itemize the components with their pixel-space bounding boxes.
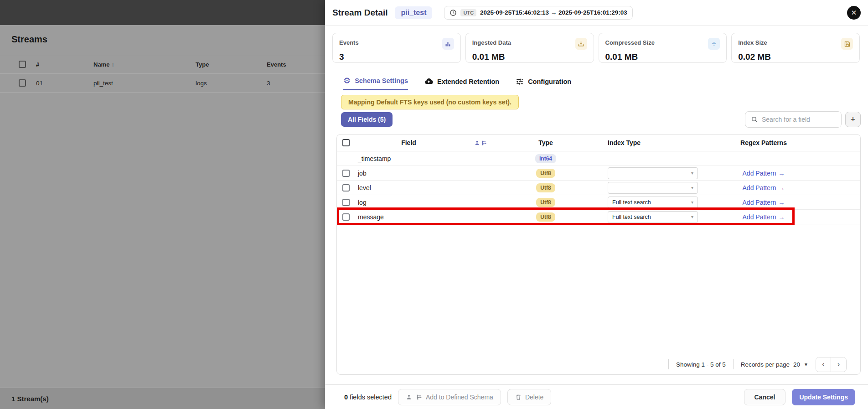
column-type: Type <box>499 139 593 146</box>
time-range-chip[interactable]: UTC 2025-09-25T15:46:02:13 → 2025-09-25T… <box>444 6 632 20</box>
gear-icon: ⚙ <box>343 77 351 85</box>
sort-asc-icon: ↑ <box>111 61 114 68</box>
divide-icon: ÷ <box>708 38 720 50</box>
delete-button[interactable]: Delete <box>507 389 551 405</box>
field-name: _timestamp <box>355 155 462 162</box>
fields-toolbar: All Fields (5) + <box>325 111 868 128</box>
tabs: ⚙ Schema Settings Extended Retention Con… <box>325 77 868 90</box>
pagination-bar: Showing 1 - 5 of 5 Records per page 20 ▼… <box>337 354 860 374</box>
search-input[interactable] <box>762 116 836 123</box>
fields-selected-count: 0 fields selected <box>344 393 392 401</box>
type-badge: Int64 <box>535 154 556 163</box>
field-checkbox[interactable] <box>342 170 350 177</box>
index-type-dropdown[interactable]: Full text search ▾ <box>608 211 698 223</box>
drawer-title: Stream Detail <box>332 8 388 18</box>
stat-label: Index Size <box>738 38 767 46</box>
bar-chart-icon <box>442 38 454 50</box>
all-fields-button[interactable]: All Fields (5) <box>341 112 393 127</box>
chevron-down-icon: ▾ <box>691 171 693 176</box>
field-name: log <box>355 199 462 206</box>
showing-range-text: Showing 1 - 5 of 5 <box>676 361 726 368</box>
add-pattern-link[interactable]: Add Pattern→ <box>743 199 785 206</box>
type-badge: Utf8 <box>536 183 555 192</box>
index-type-dropdown[interactable]: ▾ <box>608 167 698 179</box>
timezone-badge: UTC <box>460 9 476 16</box>
stat-label: Events <box>339 38 359 46</box>
field-row-job: job Utf8 ▾ Add Pattern→ <box>337 166 860 181</box>
streams-table-header: # Name↑ Type Events <box>0 55 325 74</box>
stat-card-events: Events 3 <box>332 33 461 63</box>
streams-page-background: Streams # Name↑ Type Events 01 pii_test … <box>0 0 325 409</box>
arrow-right-icon: → <box>778 199 785 206</box>
prev-page-button[interactable]: ‹ <box>816 357 831 372</box>
stat-card-ingested: Ingested Data 0.01 MB <box>465 33 594 63</box>
index-type-dropdown[interactable]: Full text search ▾ <box>608 197 698 208</box>
defined-schema-column-icon <box>462 140 499 146</box>
index-type-dropdown[interactable]: ▾ <box>608 182 698 194</box>
cloud-upload-icon <box>424 77 433 86</box>
add-field-button[interactable]: + <box>845 112 861 127</box>
field-row-message: message Utf8 Full text search ▾ Add Patt… <box>337 210 860 224</box>
field-checkbox[interactable] <box>342 199 350 206</box>
drawer-header: Stream Detail pii_test UTC 2025-09-25T15… <box>325 0 868 26</box>
stat-card-index: Index Size 0.02 MB <box>731 33 860 63</box>
tab-extended-retention[interactable]: Extended Retention <box>424 77 499 90</box>
page-title: Streams <box>0 25 325 45</box>
time-range-text: 2025-09-25T15:46:02:13 → 2025-09-25T16:0… <box>480 9 627 16</box>
column-type: Type <box>196 61 267 68</box>
column-name[interactable]: Name↑ <box>93 61 196 68</box>
field-checkbox[interactable] <box>342 184 350 192</box>
add-to-defined-schema-button[interactable]: Add to Defined Schema <box>398 389 501 405</box>
add-pattern-link[interactable]: Add Pattern→ <box>743 170 785 177</box>
stat-value: 0.02 MB <box>738 52 853 62</box>
field-checkbox[interactable] <box>342 213 350 221</box>
field-row-log: log Utf8 Full text search ▾ Add Pattern→ <box>337 195 860 210</box>
field-name: job <box>355 170 462 177</box>
arrow-right-icon: → <box>778 184 785 192</box>
select-all-fields-checkbox[interactable] <box>342 139 350 146</box>
add-pattern-link[interactable]: Add Pattern→ <box>743 184 785 192</box>
streams-count-footer: 1 Stream(s) <box>0 388 325 409</box>
stream-number: 01 <box>36 80 93 87</box>
per-page-value: 20 <box>793 361 800 368</box>
app-topbar <box>0 0 325 25</box>
close-icon[interactable]: ✕ <box>847 6 861 20</box>
next-page-button[interactable]: › <box>831 357 846 372</box>
records-per-page[interactable]: Records per page 20 ▼ <box>741 361 808 368</box>
clock-icon <box>450 9 457 16</box>
stream-name: pii_test <box>93 80 196 87</box>
type-badge: Utf8 <box>536 212 555 222</box>
stat-value: 0.01 MB <box>472 52 587 62</box>
chevron-down-icon: ▾ <box>691 200 693 205</box>
streams-table: # Name↑ Type Events 01 pii_test logs 3 <box>0 55 325 93</box>
column-regex-patterns: Regex Patterns <box>702 139 825 146</box>
trash-icon <box>515 394 522 400</box>
cancel-button[interactable]: Cancel <box>744 389 786 405</box>
stat-value: 3 <box>339 52 454 62</box>
stream-detail-drawer: Stream Detail pii_test UTC 2025-09-25T15… <box>325 0 868 409</box>
update-settings-button[interactable]: Update Settings <box>792 389 855 405</box>
field-search[interactable] <box>745 111 842 128</box>
search-icon <box>751 116 758 123</box>
add-pattern-link[interactable]: Add Pattern→ <box>743 213 785 221</box>
column-number: # <box>36 61 93 68</box>
type-badge: Utf8 <box>536 198 555 207</box>
save-icon <box>841 38 853 50</box>
stat-label: Compressed Size <box>605 38 655 46</box>
stream-events: 3 <box>267 80 325 87</box>
person-icon <box>406 394 412 400</box>
select-all-checkbox[interactable] <box>19 61 26 68</box>
row-checkbox[interactable] <box>19 79 26 87</box>
tab-schema-settings[interactable]: ⚙ Schema Settings <box>343 77 408 90</box>
column-index-type: Index Type <box>593 139 702 146</box>
stream-row[interactable]: 01 pii_test logs 3 <box>0 74 325 93</box>
tab-configuration[interactable]: Configuration <box>516 77 571 90</box>
drawer-footer: 0 fields selected Add to Defined Schema … <box>325 384 868 409</box>
stat-value: 0.01 MB <box>605 52 720 62</box>
schema-table-header: Field Type Index Type Regex Patterns <box>337 135 860 151</box>
tune-icon <box>516 78 524 86</box>
arrow-right-icon: → <box>778 213 785 221</box>
chevron-down-icon: ▾ <box>691 185 693 190</box>
stat-card-compressed: Compressed Size ÷ 0.01 MB <box>599 33 727 63</box>
field-row-timestamp: _timestamp Int64 <box>337 151 860 166</box>
